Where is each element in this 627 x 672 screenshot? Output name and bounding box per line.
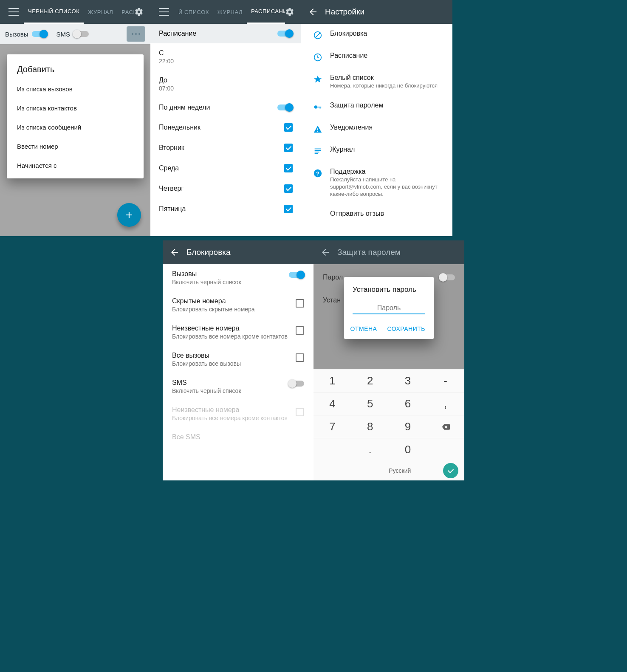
to-value: 07:00 <box>159 85 293 92</box>
back-icon[interactable] <box>308 7 318 17</box>
blocking-row[interactable]: Неизвестные номераБлокировать все номера… <box>163 319 314 346</box>
opt-from-messages[interactable]: Из списка сообщений <box>7 118 144 137</box>
tab-log[interactable]: ЖУРНАЛ <box>213 0 247 24</box>
settings-icon[interactable] <box>285 7 294 17</box>
settings-item[interactable]: Белый списокНомера, которые никогда не б… <box>301 68 452 96</box>
more-icon[interactable] <box>127 26 145 42</box>
key-.[interactable]: . <box>351 438 389 461</box>
svg-point-3 <box>314 105 317 108</box>
settings-desc: Номера, которые никогда не блокируются <box>330 82 445 90</box>
cancel-button[interactable]: ОТМЕНА <box>350 325 377 332</box>
day-check[interactable] <box>284 123 293 132</box>
backspace-key[interactable] <box>426 415 464 438</box>
dialog-title: Добавить <box>7 58 144 79</box>
settings-item[interactable]: Журнал <box>301 140 452 162</box>
blocking-row[interactable]: ВызовыВключить черный список <box>163 264 314 291</box>
from-row[interactable]: С22:00 <box>150 43 301 71</box>
keypad-bottom: Русский <box>314 461 464 480</box>
settings-item[interactable]: Расписание <box>301 46 452 68</box>
byweekday-toggle[interactable] <box>277 104 293 110</box>
row-desc: Блокировать все номера кроме контактов <box>172 333 291 340</box>
topbar: ЧЕРНЫЙ СПИСОК ЖУРНАЛ РАСПИ <box>0 0 150 24</box>
checkbox[interactable] <box>296 326 304 335</box>
calls-label: Вызовы <box>5 31 28 38</box>
tab-schedule[interactable]: РАСПИ <box>117 0 134 24</box>
enter-key[interactable] <box>443 463 458 478</box>
day-check[interactable] <box>284 164 293 172</box>
day-thu[interactable]: Четверг <box>150 178 301 199</box>
tabs: Й СПИСОК ЖУРНАЛ РАСПИСАНИЕ <box>174 0 285 24</box>
key-8[interactable]: 8 <box>351 415 389 438</box>
day-tue[interactable]: Вторник <box>150 138 301 158</box>
tab-blacklist[interactable]: Й СПИСОК <box>174 0 213 24</box>
key-,[interactable]: , <box>426 392 464 415</box>
svg-rect-5 <box>320 107 321 109</box>
day-check[interactable] <box>284 144 293 152</box>
row-desc: Блокировать скрытые номера <box>172 306 291 313</box>
checkbox[interactable] <box>296 299 304 308</box>
key-6[interactable]: 6 <box>389 392 427 415</box>
password-input[interactable] <box>353 302 425 314</box>
day-wed[interactable]: Среда <box>150 158 301 178</box>
page-title: Защита паролем <box>337 248 401 257</box>
svg-rect-6 <box>317 128 318 130</box>
row-title: Все SMS <box>172 433 304 441</box>
checkbox[interactable] <box>296 353 304 362</box>
blocking-row[interactable]: SMSВключить черный список <box>163 373 314 400</box>
tab-schedule[interactable]: РАСПИСАНИЕ <box>247 0 285 24</box>
day-fri[interactable]: Пятница <box>150 199 301 219</box>
schedule-toggle[interactable] <box>277 31 293 37</box>
back-icon[interactable] <box>320 247 330 257</box>
key-7[interactable]: 7 <box>314 415 351 438</box>
row-desc: Блокировать все номера кроме контактов <box>172 415 291 421</box>
row-desc: Блокировать все вызовы <box>172 360 291 367</box>
day-check[interactable] <box>284 184 293 193</box>
opt-from-contacts[interactable]: Из списка контактов <box>7 99 144 118</box>
tab-blacklist[interactable]: ЧЕРНЫЙ СПИСОК <box>24 0 84 24</box>
opt-from-calls[interactable]: Из списка вызовов <box>7 79 144 99</box>
key-4[interactable]: 4 <box>314 392 351 415</box>
calls-toggle[interactable] <box>32 31 47 37</box>
settings-item[interactable]: Уведомления <box>301 118 452 140</box>
key-3[interactable]: 3 <box>389 369 427 392</box>
key--[interactable]: - <box>426 369 464 392</box>
day-check[interactable] <box>284 205 293 213</box>
checkbox <box>296 408 304 416</box>
hamburger-icon[interactable] <box>8 8 19 16</box>
hamburger-icon[interactable] <box>159 8 169 16</box>
sms-toggle[interactable] <box>73 31 89 37</box>
settings-item[interactable]: ? ПоддержкаПожалуйста напишите на suppor… <box>301 162 452 204</box>
settings-icon-2 <box>309 74 327 84</box>
key-5[interactable]: 5 <box>351 392 389 415</box>
key-1[interactable]: 1 <box>314 369 351 392</box>
back-icon[interactable] <box>169 247 180 257</box>
settings-icon[interactable] <box>134 7 144 17</box>
opt-enter-number[interactable]: Ввести номер <box>7 137 144 156</box>
blocking-row[interactable]: Скрытые номераБлокировать скрытые номера <box>163 291 314 319</box>
svg-rect-4 <box>317 107 321 107</box>
settings-item[interactable]: Защита паролем <box>301 96 452 118</box>
settings-icon-3 <box>309 102 327 112</box>
settings-item[interactable]: Отправить отзыв <box>301 204 452 223</box>
save-button[interactable]: СОХРАНИТЬ <box>387 325 425 332</box>
row-title: Вызовы <box>172 270 284 278</box>
toggle[interactable] <box>289 381 304 387</box>
key-0[interactable]: 0 <box>389 438 427 461</box>
day-mon[interactable]: Понедельник <box>150 117 301 138</box>
svg-rect-9 <box>315 150 321 151</box>
blocking-row: Все SMS <box>163 427 314 447</box>
key-9[interactable]: 9 <box>389 415 427 438</box>
toggle[interactable] <box>289 272 304 278</box>
keyboard-language[interactable]: Русский <box>357 467 443 474</box>
schedule-label: Расписание <box>159 30 277 37</box>
tab-log[interactable]: ЖУРНАЛ <box>84 0 117 24</box>
fab-add[interactable]: + <box>117 203 141 227</box>
to-row[interactable]: До07:00 <box>150 71 301 98</box>
settings-item[interactable]: Блокировка <box>301 24 452 46</box>
opt-starts-with[interactable]: Начинается с <box>7 156 144 175</box>
screen-blacklist-add-dialog: ЧЕРНЫЙ СПИСОК ЖУРНАЛ РАСПИ Вызовы SMS + … <box>0 0 150 236</box>
row-title: Неизвестные номера <box>172 325 291 332</box>
key-2[interactable]: 2 <box>351 369 389 392</box>
svg-text:?: ? <box>316 170 319 176</box>
blocking-row[interactable]: Все вызовыБлокировать все вызовы <box>163 346 314 373</box>
